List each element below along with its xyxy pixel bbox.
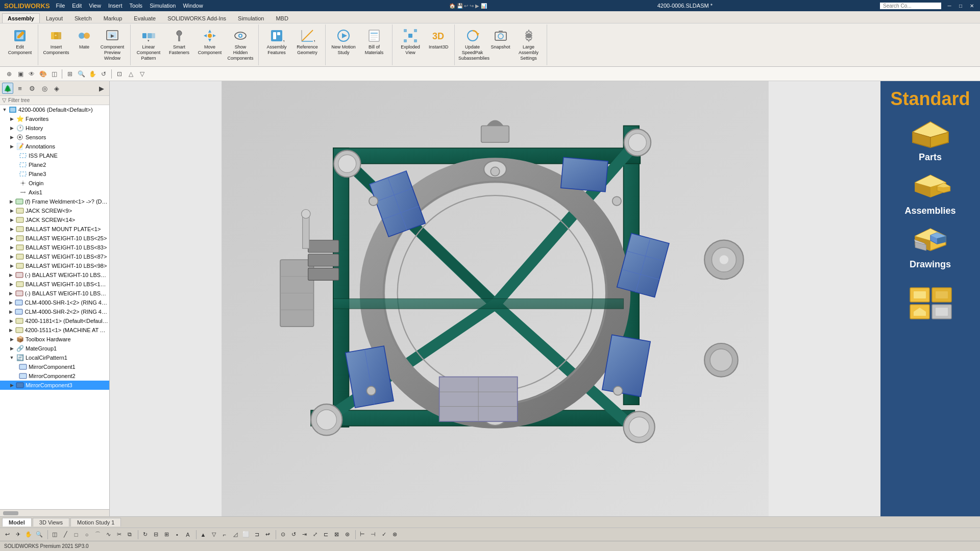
large-assembly-settings-button[interactable]: Large Assembly Settings <box>514 26 544 63</box>
bt-section[interactable]: ⊣ <box>368 530 378 540</box>
left-panel-scroll[interactable] <box>0 509 109 516</box>
bt-offset[interactable]: ⧉ <box>125 530 135 540</box>
bt-loft[interactable]: ⤢ <box>310 530 320 540</box>
dim-expert-btn[interactable]: ◎ <box>39 83 50 94</box>
edit-appearance-btn[interactable]: 🎨 <box>38 69 48 79</box>
bill-of-materials-button[interactable]: Bill of Materials <box>359 26 389 58</box>
tree-item-clm2[interactable]: ▶ CLM-4000-SHR-2<2> (RING 45 DEG <box>0 307 109 316</box>
tree-item-favorites[interactable]: ▶ ⭐ Favorites <box>0 114 109 123</box>
resource-drawings[interactable]: Drawings <box>910 227 951 270</box>
tree-item-ballast98[interactable]: ▶ BALLAST WEIGHT-10 LBS<98> <box>0 261 109 270</box>
resource-assemblies[interactable]: Assemblies <box>904 173 955 216</box>
bt-extrude-cut[interactable]: ▽ <box>209 530 219 540</box>
tree-item-history[interactable]: ▶ 🕐 History <box>0 123 109 133</box>
configuration-manager-btn[interactable]: ⚙ <box>27 83 38 94</box>
bt-sketch-mode[interactable]: ↩ <box>2 530 12 540</box>
menu-window[interactable]: Window <box>183 3 203 9</box>
feature-tree[interactable]: ▼ 4200-0006 (Default<Default>) ▶ ⭐ Favor… <box>0 105 109 509</box>
maximize-button[interactable]: □ <box>957 2 965 9</box>
bt-hole[interactable]: ⊙ <box>278 530 288 540</box>
bt-rectangle[interactable]: □ <box>71 530 81 540</box>
insert-components-button[interactable]: + Insert Components <box>41 26 71 58</box>
menu-file[interactable]: File <box>56 3 65 9</box>
rotate-btn[interactable]: ↺ <box>99 69 109 79</box>
display-manager-btn[interactable]: ◈ <box>51 83 62 94</box>
zoom-to-fit-btn[interactable]: ⊞ <box>65 69 75 79</box>
bt-deform[interactable]: ⊛ <box>342 530 352 540</box>
tree-item-frame-weldment[interactable]: ▶ (f) Frame Weldment<1> ->? (Defaul <box>0 197 109 206</box>
viewport[interactable] <box>110 81 880 516</box>
take-snapshot-button[interactable]: Snapshot <box>488 26 513 52</box>
assembly-features-button[interactable]: ▾ Assembly Features <box>262 26 291 58</box>
bt-circle[interactable]: ○ <box>82 530 92 540</box>
pan-btn[interactable]: ✋ <box>87 69 97 79</box>
filter-btn[interactable]: ▽ <box>137 69 147 79</box>
section-view-btn[interactable]: ◫ <box>49 69 59 79</box>
tab-sketch[interactable]: Sketch <box>69 13 97 23</box>
tree-item-plane3[interactable]: Plane3 <box>0 169 109 179</box>
bt-swept[interactable]: ⇥ <box>299 530 309 540</box>
zoom-area-btn[interactable]: 🔍 <box>76 69 86 79</box>
tab-mbd[interactable]: MBD <box>270 13 293 23</box>
bt-measure[interactable]: ⊢ <box>357 530 368 540</box>
bt-linear-pat[interactable]: ⊞ <box>161 530 172 540</box>
display-style-btn[interactable]: ▣ <box>15 69 26 79</box>
bt-boundary[interactable]: ⊏ <box>321 530 331 540</box>
tree-item-mirror1[interactable]: MirrorComponent1 <box>0 362 109 371</box>
sketch-snap-btn[interactable]: ⊡ <box>114 69 125 79</box>
tab-3d-views[interactable]: 3D Views <box>33 518 69 527</box>
bt-move-face[interactable]: ⊠ <box>331 530 341 540</box>
tree-item-4200-1511[interactable]: ▶ 4200-1511<1> (MACHINE AT ASSY< <box>0 325 109 335</box>
new-motion-study-button[interactable]: New Motion Study <box>329 26 358 58</box>
bt-shell[interactable]: ⬜ <box>241 530 251 540</box>
bt-mass-prop[interactable]: ⊗ <box>389 530 400 540</box>
view-orientation-btn[interactable]: ⊕ <box>4 69 14 79</box>
tree-root[interactable]: ▼ 4200-0006 (Default<Default>) <box>0 105 109 114</box>
bt-smart-dim[interactable]: ◫ <box>50 530 60 540</box>
tree-item-ballast83[interactable]: ▶ BALLAST WEIGHT-10 LBS<83> <box>0 243 109 252</box>
tree-item-ballast102[interactable]: ▶ (-) BALLAST WEIGHT-10 LBS<102> <box>0 270 109 280</box>
show-hidden-button[interactable]: Show Hidden Components <box>226 26 255 63</box>
bt-zoom-selection[interactable]: 🔍 <box>34 530 44 540</box>
tree-item-ballast110[interactable]: ▶ (-) BALLAST WEIGHT-10 LBS<110> <box>0 289 109 298</box>
hide-show-btn[interactable]: 👁 <box>27 69 37 79</box>
instant3d-button[interactable]: 3D Instant3D <box>426 26 451 52</box>
bt-extrude-boss[interactable]: ▲ <box>198 530 208 540</box>
update-speedpak-button[interactable]: Update SpeedPak Subassemblies <box>458 26 487 63</box>
tab-motion-study-1[interactable]: Motion Study 1 <box>70 518 121 527</box>
menu-simulation[interactable]: Simulation <box>150 3 176 9</box>
bt-check[interactable]: ✓ <box>379 530 389 540</box>
tree-item-ballast106[interactable]: ▶ BALLAST WEIGHT-10 LBS<106> <box>0 280 109 289</box>
bt-boss-revolve[interactable]: ↺ <box>288 530 299 540</box>
bt-spline[interactable]: ∿ <box>103 530 113 540</box>
feature-tree-btn[interactable]: 🌲 <box>2 83 13 94</box>
tab-simulation[interactable]: Simulation <box>232 13 270 23</box>
tree-item-annotations[interactable]: ▶ 📝 Annotations <box>0 142 109 151</box>
tab-assembly[interactable]: Assembly <box>2 13 40 23</box>
bt-ribs[interactable]: ⊐ <box>252 530 262 540</box>
tree-item-jack-screw14[interactable]: ▶ JACK SCREW<14> <box>0 215 109 224</box>
search-input[interactable] <box>880 3 941 9</box>
resource-grid[interactable] <box>908 285 953 321</box>
close-button[interactable]: ✕ <box>968 2 976 9</box>
menu-edit[interactable]: Edit <box>72 3 82 9</box>
tree-item-ballast87[interactable]: ▶ BALLAST WEIGHT-10 LBS<87> <box>0 252 109 261</box>
bt-fly-through[interactable]: ✈ <box>13 530 23 540</box>
tree-item-clm1[interactable]: ▶ CLM-4000-SHR-1<2> (RING 45 DEG <box>0 298 109 307</box>
tree-item-axis1[interactable]: Axis1 <box>0 188 109 197</box>
bt-arc[interactable]: ⌒ <box>92 530 103 540</box>
edit-component-button[interactable]: Edit Component <box>5 26 35 58</box>
smart-fasteners-button[interactable]: Smart Fasteners <box>164 26 194 58</box>
tree-item-mategroup1[interactable]: ▶ 🔗 MateGroup1 <box>0 344 109 353</box>
tree-item-sensors[interactable]: ▶ Sensors <box>0 133 109 142</box>
tab-model[interactable]: Model <box>2 518 32 527</box>
tree-item-ballast25[interactable]: ▶ BALLAST WEIGHT-10 LBS<25> <box>0 234 109 243</box>
tree-item-toolbox[interactable]: ▶ 📦 Toolbox Hardware <box>0 335 109 344</box>
menu-insert[interactable]: Insert <box>108 3 122 9</box>
bt-line[interactable]: ╱ <box>60 530 70 540</box>
minimize-button[interactable]: ─ <box>945 2 953 9</box>
expand-panel-btn[interactable]: ▶ <box>96 83 107 94</box>
tree-item-4200-1181[interactable]: ▶ 4200-1181<1> (Default<Default> J <box>0 316 109 325</box>
bt-pan[interactable]: ✋ <box>23 530 34 540</box>
tab-evaluate[interactable]: Evaluate <box>128 13 161 23</box>
